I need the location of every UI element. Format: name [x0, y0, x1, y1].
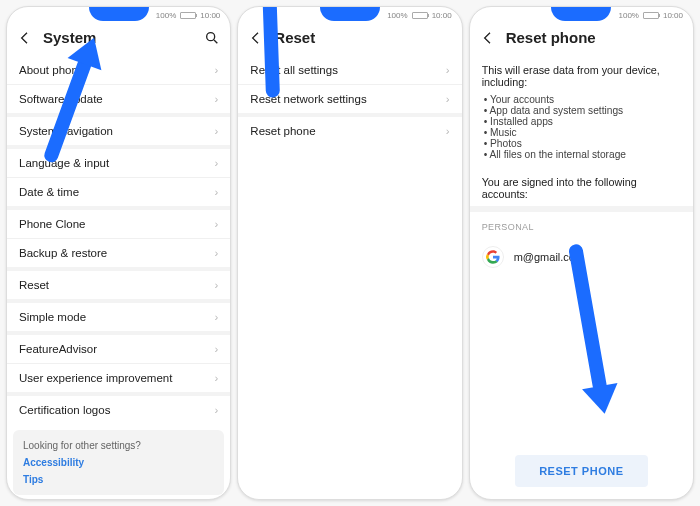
screen-system: 100% 10:00 System About phone› Software …	[6, 6, 231, 500]
row-label: Software update	[19, 93, 103, 105]
chevron-right-icon: ›	[214, 186, 218, 198]
row-date-time[interactable]: Date & time›	[7, 178, 230, 206]
footer-card: Looking for other settings? Accessibilit…	[13, 430, 224, 495]
content: Reset all settings› Reset network settin…	[238, 56, 461, 499]
battery-icon	[180, 12, 196, 19]
row-label: Reset phone	[250, 125, 315, 137]
row-reset-phone[interactable]: Reset phone›	[238, 117, 461, 145]
search-icon[interactable]	[204, 30, 220, 46]
row-reset[interactable]: Reset›	[7, 271, 230, 299]
row-phone-clone[interactable]: Phone Clone›	[7, 210, 230, 238]
bullet-item: Music	[484, 127, 681, 138]
header: System	[7, 23, 230, 56]
intro-text: This will erase data from your device, i…	[470, 56, 693, 94]
chevron-right-icon: ›	[214, 311, 218, 323]
chevron-right-icon: ›	[214, 372, 218, 384]
row-label: Reset all settings	[250, 64, 338, 76]
page-title: Reset	[274, 29, 451, 46]
page-title: Reset phone	[506, 29, 683, 46]
bullet-list: Your accounts App data and system settin…	[470, 94, 693, 168]
account-row[interactable]: m@gmail.com	[470, 236, 693, 282]
chevron-right-icon: ›	[214, 343, 218, 355]
battery-icon	[412, 12, 428, 19]
svg-point-0	[207, 32, 215, 40]
back-icon[interactable]	[17, 30, 33, 46]
clock: 10:00	[663, 11, 683, 20]
battery-text: 100%	[618, 11, 638, 20]
bullet-item: App data and system settings	[484, 105, 681, 116]
page-title: System	[43, 29, 194, 46]
row-label: Language & input	[19, 157, 109, 169]
row-reset-network[interactable]: Reset network settings›	[238, 85, 461, 113]
row-certification-logos[interactable]: Certification logos›	[7, 396, 230, 424]
screen-reset: 100% 10:00 Reset Reset all settings› Res…	[237, 6, 462, 500]
header: Reset phone	[470, 23, 693, 56]
back-icon[interactable]	[248, 30, 264, 46]
chevron-right-icon: ›	[446, 125, 450, 137]
row-system-navigation[interactable]: System navigation›	[7, 117, 230, 145]
row-about-phone[interactable]: About phone›	[7, 56, 230, 84]
notch	[89, 6, 149, 21]
battery-icon	[643, 12, 659, 19]
chevron-right-icon: ›	[446, 93, 450, 105]
content: About phone› Software update› System nav…	[7, 56, 230, 499]
content: This will erase data from your device, i…	[470, 56, 693, 499]
chevron-right-icon: ›	[214, 125, 218, 137]
row-label: Certification logos	[19, 404, 110, 416]
bullet-item: Photos	[484, 138, 681, 149]
row-software-update[interactable]: Software update›	[7, 85, 230, 113]
bullet-item: Installed apps	[484, 116, 681, 127]
row-label: Phone Clone	[19, 218, 86, 230]
chevron-right-icon: ›	[446, 64, 450, 76]
bullet-item: All files on the internal storage	[484, 149, 681, 160]
row-user-experience[interactable]: User experience improvement›	[7, 364, 230, 392]
screen-reset-phone: 100% 10:00 Reset phone This will erase d…	[469, 6, 694, 500]
back-icon[interactable]	[480, 30, 496, 46]
button-bar: RESET PHONE	[470, 443, 693, 499]
clock: 10:00	[432, 11, 452, 20]
row-reset-all-settings[interactable]: Reset all settings›	[238, 56, 461, 84]
battery-text: 100%	[156, 11, 176, 20]
row-simple-mode[interactable]: Simple mode›	[7, 303, 230, 331]
clock: 10:00	[200, 11, 220, 20]
row-backup-restore[interactable]: Backup & restore›	[7, 239, 230, 267]
signed-in-text: You are signed into the following accoun…	[470, 168, 693, 206]
row-label: Reset network settings	[250, 93, 366, 105]
chevron-right-icon: ›	[214, 404, 218, 416]
row-label: FeatureAdvisor	[19, 343, 97, 355]
battery-text: 100%	[387, 11, 407, 20]
chevron-right-icon: ›	[214, 93, 218, 105]
row-label: Reset	[19, 279, 49, 291]
row-featureadvisor[interactable]: FeatureAdvisor›	[7, 335, 230, 363]
google-icon	[482, 246, 504, 268]
notch	[551, 6, 611, 21]
chevron-right-icon: ›	[214, 218, 218, 230]
chevron-right-icon: ›	[214, 247, 218, 259]
chevron-right-icon: ›	[214, 64, 218, 76]
row-label: Simple mode	[19, 311, 86, 323]
row-language-input[interactable]: Language & input›	[7, 149, 230, 177]
row-label: User experience improvement	[19, 372, 172, 384]
bullet-item: Your accounts	[484, 94, 681, 105]
row-label: About phone	[19, 64, 84, 76]
reset-phone-button[interactable]: RESET PHONE	[515, 455, 647, 487]
account-email: m@gmail.com	[514, 251, 584, 263]
chevron-right-icon: ›	[214, 157, 218, 169]
row-label: System navigation	[19, 125, 113, 137]
footer-hint: Looking for other settings?	[23, 440, 141, 451]
header: Reset	[238, 23, 461, 56]
personal-label: PERSONAL	[470, 206, 693, 236]
row-label: Backup & restore	[19, 247, 107, 259]
notch	[320, 6, 380, 21]
row-label: Date & time	[19, 186, 79, 198]
footer-link-tips[interactable]: Tips	[23, 474, 214, 485]
chevron-right-icon: ›	[214, 279, 218, 291]
footer-link-accessibility[interactable]: Accessibility	[23, 457, 214, 468]
